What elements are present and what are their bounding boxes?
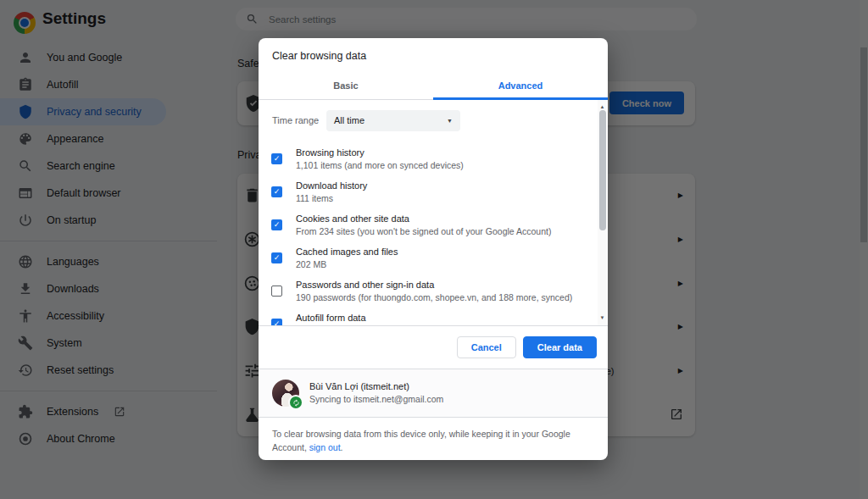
checklist-row-download-history: ✓ Download history 111 items [271, 175, 584, 208]
sign-out-link[interactable]: sign out [309, 442, 341, 452]
clear-data-button[interactable]: Clear data [523, 336, 597, 358]
screen: Settings You and Google Autofill Privacy… [0, 0, 868, 499]
tab-advanced[interactable]: Advanced [433, 72, 608, 99]
checkbox-cached-images-and-files[interactable]: ✓ [271, 252, 282, 263]
checklist-row-passwords-and-other-sign-in-data: Passwords and other sign-in data 190 pas… [271, 274, 584, 308]
time-range-row: Time range All time ▼ [272, 108, 584, 133]
dropdown-caret-icon: ▼ [447, 118, 453, 124]
sync-status: Syncing to itsmeit.net@gmail.com [309, 393, 443, 406]
dialog-scroll-area: Time range All time ▼ ✓ Browsing history… [259, 100, 608, 325]
checkbox-cookies-and-other-site-data[interactable]: ✓ [271, 219, 282, 230]
checkbox-passwords-and-other-sign-in-data[interactable] [271, 286, 282, 297]
time-range-value: All time [334, 115, 364, 125]
time-range-label: Time range [272, 115, 326, 125]
checklist-row-cookies-and-other-site-data: ✓ Cookies and other site data From 234 s… [271, 208, 584, 241]
dialog-footer: To clear browsing data from this device … [259, 417, 608, 460]
clear-browsing-data-dialog: Clear browsing data Basic Advanced Time … [259, 38, 608, 460]
checkbox-browsing-history[interactable]: ✓ [271, 153, 282, 164]
footer-text-end: . [341, 442, 343, 452]
sync-badge-icon [290, 396, 302, 408]
dialog-scrollbar[interactable]: ▲ ▼ [598, 100, 607, 325]
checklist-row-browsing-history: ✓ Browsing history 1,101 items (and more… [271, 142, 584, 175]
avatar [272, 380, 299, 407]
cancel-button[interactable]: Cancel [457, 336, 516, 358]
checklist-row-autofill-form-data: ✓ Autofill form data [271, 308, 584, 325]
dialog-scrollbar-thumb[interactable] [599, 110, 606, 230]
time-range-select[interactable]: All time ▼ [326, 110, 460, 131]
scroll-down-icon[interactable]: ▼ [598, 313, 607, 322]
dialog-tabs: Basic Advanced [259, 72, 608, 100]
checkbox-download-history[interactable]: ✓ [271, 186, 282, 197]
account-info: Bùi Văn Lợi (itsmeit.net) Syncing to its… [309, 380, 443, 406]
sync-account-row: Bùi Văn Lợi (itsmeit.net) Syncing to its… [259, 369, 608, 417]
dialog-button-row: Cancel Clear data [259, 325, 608, 369]
checklist-row-cached-images-and-files: ✓ Cached images and files 202 MB [271, 241, 584, 274]
tab-basic[interactable]: Basic [259, 72, 433, 99]
checkbox-autofill-form-data[interactable]: ✓ [271, 319, 282, 325]
account-name: Bùi Văn Lợi (itsmeit.net) [309, 380, 443, 393]
clear-data-checklist: ✓ Browsing history 1,101 items (and more… [271, 142, 584, 325]
dialog-title: Clear browsing data [259, 38, 608, 72]
